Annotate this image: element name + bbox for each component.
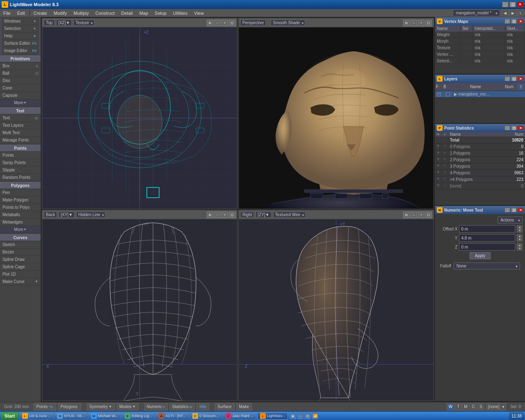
layers-close[interactable]: ✕ [518, 76, 523, 81]
btn-text[interactable]: TextW [0, 114, 41, 122]
point-stats-restore[interactable]: ◻ [511, 126, 517, 130]
vp-right-fit[interactable]: ⊕ [403, 212, 410, 218]
offset-z-input[interactable] [459, 243, 515, 251]
vp-right-zoom-out[interactable]: − [411, 212, 417, 218]
tab-w[interactable]: W [447, 403, 454, 411]
vp-back-zoom-out[interactable]: − [214, 212, 221, 218]
btn-cone[interactable]: Cone [0, 84, 41, 92]
btn-make-polygon[interactable]: Make Polygon [0, 196, 41, 204]
tab-map[interactable]: Map [136, 9, 151, 17]
vp-right-max[interactable]: ⊡ [425, 212, 432, 218]
btn-sketch[interactable]: Sketch [0, 241, 41, 249]
tab-c[interactable]: C [470, 403, 477, 411]
tab-detail[interactable]: Detail [118, 9, 136, 17]
menu-surface-editor[interactable]: Surface Editor F5 [2, 40, 39, 47]
numeric-minimize[interactable]: _ [504, 208, 510, 212]
btn-spline-draw[interactable]: Spline Draw [0, 256, 41, 263]
viewport-right[interactable]: Right [ZY]▼ Textured Wire ⊕ − + ⊡ [238, 210, 434, 401]
nav-left[interactable]: ◀ [502, 9, 509, 17]
vp-top-nav[interactable]: [XZ]▼ [56, 20, 72, 26]
stat-row-none[interactable]: + − [none] 0 [435, 183, 525, 189]
tab-modify[interactable]: Modify [50, 9, 70, 17]
vp-back-mode[interactable]: Hidden Line [76, 212, 105, 218]
taskbar-app-jasc[interactable]: J Jasc Paint ... [222, 412, 256, 420]
btn-box[interactable]: BoxX [0, 62, 41, 70]
vertex-maps-close[interactable]: ✕ [518, 19, 523, 24]
model-name-dropdown[interactable]: mangalore_model * ▼ [453, 9, 500, 16]
tab-m[interactable]: M [462, 403, 469, 411]
modes-btn[interactable]: Modes ▼ [116, 403, 139, 411]
menu-edit[interactable]: Edit [14, 9, 28, 17]
btn-manage-fonts[interactable]: Manage Fonts [0, 137, 41, 144]
offset-y-input[interactable] [459, 234, 515, 242]
restore-button[interactable]: ◻ [509, 2, 516, 7]
layers-minimize[interactable]: _ [504, 76, 510, 81]
stat-row-3poly[interactable]: + − 3 Polygons 394 [435, 163, 525, 170]
stat-row-0poly[interactable]: + − 0 Polygons 0 [435, 144, 525, 150]
point-stats-close[interactable]: ✕ [518, 126, 523, 130]
vertex-maps-restore[interactable]: ◻ [511, 19, 517, 24]
start-button[interactable]: Start [1, 412, 18, 420]
minimize-button[interactable]: _ [502, 2, 509, 7]
btn-ball[interactable]: BallO [0, 70, 41, 77]
vp-perspective-fit[interactable]: ⊕ [403, 20, 410, 26]
vp-back-zoom-in[interactable]: + [221, 212, 228, 218]
statistics-btn[interactable]: Statistics w [169, 403, 195, 411]
btn-bezier[interactable]: Bezier [0, 249, 41, 256]
tab-construct[interactable]: Construct [92, 9, 118, 17]
vp-perspective-zoom-out[interactable]: − [411, 20, 417, 26]
numeric-restore[interactable]: ◻ [511, 208, 517, 212]
tab-t[interactable]: T [455, 403, 461, 411]
vp-top-zoom-out[interactable]: − [214, 20, 221, 26]
tab-utilities[interactable]: Utilities [170, 9, 191, 17]
btn-metaballs[interactable]: Metaballs [0, 211, 41, 219]
btn-disc[interactable]: Disc [0, 77, 41, 84]
layers-restore[interactable]: ◻ [511, 76, 517, 81]
btn-text-layers[interactable]: Text Layers [0, 122, 41, 129]
layers-options-icon[interactable]: ☰ [518, 84, 524, 90]
vp-top-fit[interactable]: ⊕ [207, 20, 213, 26]
vp-top-label[interactable]: Top [44, 20, 55, 26]
table-row[interactable]: Weightn/an/a [435, 32, 525, 38]
layer-f-check[interactable]: ✓ [437, 92, 441, 96]
tab-create[interactable]: Create [30, 9, 50, 17]
offset-x-spin[interactable]: ▲ ▼ [517, 225, 523, 233]
tab-s[interactable]: S [477, 403, 484, 411]
btn-make-curve[interactable]: Make Curve ▼ [0, 278, 41, 285]
points-mode-btn[interactable]: Points ^G [34, 403, 56, 411]
make-btn[interactable]: Make [236, 403, 252, 411]
tab-multiply[interactable]: Multiply [70, 9, 92, 17]
vp-right-zoom-in[interactable]: + [418, 212, 425, 218]
vp-right-label[interactable]: Right [240, 212, 254, 218]
layer-b-check[interactable] [446, 92, 450, 96]
vp-right-nav[interactable]: [ZY]▼ [256, 212, 271, 218]
btn-pen[interactable]: Pen [0, 189, 41, 196]
viewport-perspective-canvas[interactable] [239, 27, 434, 209]
btn-points[interactable]: Points [0, 152, 41, 159]
btn-plot-1d[interactable]: Plot 1D [0, 271, 41, 278]
table-row[interactable]: Vertex ...n/an/a [435, 51, 525, 58]
menu-selection[interactable]: Selection ▼ [2, 25, 39, 32]
viewport-back-canvas[interactable]: +Y [42, 219, 237, 401]
vertex-maps-minimize[interactable]: _ [504, 19, 510, 24]
taskbar-app-lightwave[interactable]: L LightWav... [257, 412, 288, 420]
surface-none-dropdown[interactable]: [none] ▼ [486, 403, 507, 411]
taskbar-app-cdocum[interactable]: C C:\Docum... [189, 412, 222, 420]
menu-file[interactable]: File [0, 9, 14, 17]
offset-x-input[interactable] [459, 225, 515, 233]
numeric-btn[interactable]: Numeric n [144, 403, 168, 411]
surface-btn[interactable]: Surface [215, 403, 234, 411]
vp-top-max[interactable]: ⊡ [229, 20, 235, 26]
vp-right-mode[interactable]: Textured Wire [273, 212, 306, 218]
btn-spline-cage[interactable]: Spline Cage [0, 263, 41, 271]
apply-button[interactable]: Apply [470, 252, 491, 259]
btn-random-points[interactable]: Random Points [0, 174, 41, 181]
vp-back-nav[interactable]: [XY]▼ [59, 212, 75, 218]
taskbar-app-editing[interactable]: E Editing Lig... [122, 412, 155, 420]
stat-row-4poly[interactable]: + − 4 Polygons 9963 [435, 170, 525, 176]
vp-back-label[interactable]: Back [44, 212, 57, 218]
taskbar-app-ntus[interactable]: N NTUS - Mi... [54, 412, 87, 420]
vp-perspective-label[interactable]: Perspective [240, 20, 266, 26]
btn-points-to-polys[interactable]: Points to Polys [0, 204, 41, 211]
taskbar-app-acti[interactable]: A ACTI - [NT... [155, 412, 189, 420]
